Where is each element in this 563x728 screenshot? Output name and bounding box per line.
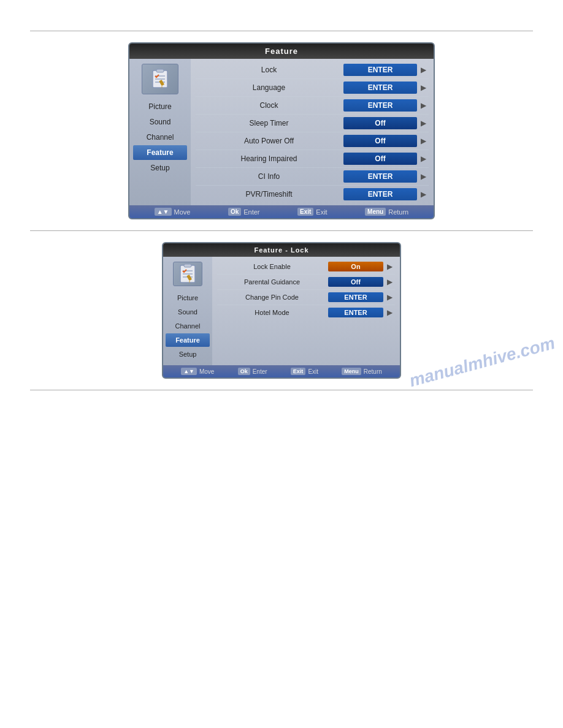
row-label: Hearing Impaired [197,154,343,163]
bottom-bar-label: Exit [308,368,318,375]
sidebar-item-feature[interactable]: Feature [133,145,187,160]
screen2-content: Lock EnableOn▶Parental GuidanceOff▶Chang… [212,257,400,365]
bottom-bar-item: MenuReturn [365,208,408,216]
row-label: Change Pin Code [218,294,328,301]
sidebar-item-setup[interactable]: Setup [133,161,187,175]
row-value[interactable]: Off [343,135,417,147]
row-arrow-icon: ▶ [385,308,394,317]
row-arrow-icon: ▶ [419,190,427,199]
screen1-title: Feature [129,44,434,59]
menu-row-sleep-timer: Sleep TimerOff▶ [196,115,429,132]
row-value[interactable]: ENTER [343,64,417,76]
bottom-bar-label: Return [364,368,382,375]
bottom-bar-key: ▲▼ [181,368,197,375]
bottom-bar-key: Menu [342,368,361,375]
row-arrow-icon: ▶ [419,172,427,181]
row-arrow-icon: ▶ [419,83,427,92]
bottom-bar-key: Exit [291,368,306,375]
bottom-bar-key: Ok [228,208,241,216]
bottom-bar-label: Return [388,208,408,216]
sidebar-item-channel[interactable]: Channel [133,130,187,145]
bottom-bar-key: ▲▼ [155,208,172,216]
row-value[interactable]: ENTER [343,170,417,183]
row-label: CI Info [197,172,343,181]
sidebar-item-setup[interactable]: Setup [166,347,210,361]
screen2-bottom-bar: ▲▼MoveOkEnterExitExitMenuReturn [163,365,400,377]
bottom-bar-item: ▲▼Move [155,208,191,216]
menu-row-clock: ClockENTER▶ [196,97,429,115]
sidebar-item-sound[interactable]: Sound [133,115,187,129]
bottom-bar-label: Move [199,368,214,375]
bottom-divider [30,390,533,390]
menu-row-parental-guidance: Parental GuidanceOff▶ [217,275,395,290]
row-value[interactable]: ENTER [343,82,417,94]
screen2-title: Feature - Lock [163,243,400,257]
bottom-bar-label: Exit [316,208,327,216]
bottom-bar-key: Menu [365,208,386,216]
sidebar-item-picture[interactable]: Picture [133,99,187,114]
row-label: Clock [197,101,343,110]
row-label: Hotel Mode [218,309,328,316]
bottom-bar-item: OkEnter [238,368,267,375]
row-label: Lock Enable [218,263,328,270]
row-label: Language [197,83,343,92]
bottom-bar-label: Move [174,208,191,216]
row-arrow-icon: ▶ [385,278,394,286]
screen1-bottom-bar: ▲▼MoveOkEnterExitExitMenuReturn [129,205,434,218]
screen1-content: LockENTER▶LanguageENTER▶ClockENTER▶Sleep… [191,59,434,205]
menu-icon-2 [173,262,202,286]
bottom-bar-key: Exit [297,208,313,216]
row-arrow-icon: ▶ [385,293,394,301]
row-label: PVR/Timeshift [197,190,343,199]
menu-row-ci-info: CI InfoENTER▶ [196,168,429,186]
row-value[interactable]: ENTER [343,99,417,112]
row-arrow-icon: ▶ [419,137,427,145]
row-value[interactable]: ENTER [343,188,417,200]
svg-rect-8 [184,264,191,267]
row-arrow-icon: ▶ [419,66,427,74]
row-arrow-icon: ▶ [385,262,394,271]
row-label: Lock [197,66,343,74]
bottom-bar-item: ▲▼Move [181,368,214,375]
menu-row-change-pin-code: Change Pin CodeENTER▶ [217,290,395,305]
row-arrow-icon: ▶ [419,101,427,110]
row-value[interactable]: Off [343,153,417,165]
row-arrow-icon: ▶ [419,119,427,127]
sidebar-item-picture[interactable]: Picture [166,291,210,305]
bottom-bar-item: MenuReturn [342,368,382,375]
row-value[interactable]: ENTER [328,308,383,317]
row-value[interactable]: Off [343,117,417,129]
watermark: manualmhive.com [407,333,557,391]
sidebar-item-sound[interactable]: Sound [166,305,210,319]
row-label: Sleep Timer [197,119,343,127]
row-value[interactable]: ENTER [328,292,383,302]
sidebar-item-channel[interactable]: Channel [166,319,210,333]
bottom-bar-item: ExitExit [291,368,318,375]
sidebar-item-feature[interactable]: Feature [166,333,210,347]
row-label: Parental Guidance [218,278,328,286]
bottom-bar-item: OkEnter [228,208,260,216]
svg-rect-1 [156,69,164,72]
menu-row-language: LanguageENTER▶ [196,79,429,97]
menu-icon [142,64,178,94]
middle-divider [30,230,533,231]
feature-lock-screen: Feature - Lock [162,242,401,379]
top-divider [30,31,533,31]
row-value[interactable]: Off [328,277,383,287]
menu-row-hotel-mode: Hotel ModeENTER▶ [217,305,395,320]
menu-row-lock-enable: Lock EnableOn▶ [217,259,395,275]
menu-row-lock: LockENTER▶ [196,61,429,79]
bottom-bar-label: Enter [243,208,259,216]
screen2-sidebar: PictureSoundChannelFeatureSetup [163,257,212,365]
menu-row-pvr/timeshift: PVR/TimeshiftENTER▶ [196,186,429,203]
bottom-bar-item: ExitExit [297,208,327,216]
bottom-bar-key: Ok [238,368,250,375]
screen1-sidebar: PictureSoundChannelFeatureSetup [129,59,191,205]
feature-menu-screen: Feature [128,42,435,219]
row-label: Auto Power Off [197,137,343,145]
menu-row-auto-power-off: Auto Power OffOff▶ [196,132,429,150]
row-arrow-icon: ▶ [419,154,427,163]
row-value[interactable]: On [328,262,383,271]
menu-row-hearing-impaired: Hearing ImpairedOff▶ [196,150,429,168]
bottom-bar-label: Enter [253,368,267,375]
